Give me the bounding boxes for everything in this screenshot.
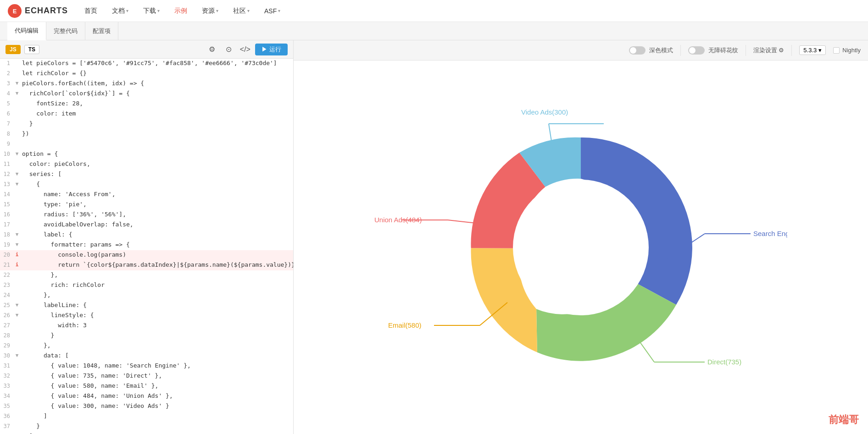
code-panel: JS TS ⚙ ⊙ </> ▶ 运行 1 let pieColors = ['#…	[0, 40, 294, 434]
nav-asf[interactable]: ASF▾	[262, 5, 282, 16]
label-union-ads: Union Ads(484)	[374, 216, 422, 224]
tab-full-code[interactable]: 完整代码	[46, 22, 85, 40]
render-settings-group: 渲染设置 ⚙	[753, 46, 785, 55]
line-content: { value: 580, name: 'Email' },	[20, 381, 158, 391]
line-fold-icon	[14, 341, 20, 351]
line-number: 28	[0, 331, 14, 341]
line-fold-icon	[14, 280, 20, 291]
line-content: { value: 300, name: 'Video Ads' }	[20, 401, 169, 412]
code-line: 10▼option = {	[0, 149, 293, 159]
line-content: },	[20, 341, 51, 351]
line-fold-icon[interactable]: ▼	[14, 149, 20, 159]
line-fold-icon: i	[14, 260, 20, 270]
divider-3	[791, 45, 792, 56]
line-number: 38	[0, 432, 14, 434]
nav-docs[interactable]: 文档▾	[110, 5, 130, 17]
sub-nav: 代码编辑 完整代码 配置项	[0, 22, 868, 40]
line-fold-icon[interactable]: ▼	[14, 180, 20, 190]
code-line: 5 fontSize: 28,	[0, 99, 293, 109]
line-fold-icon	[14, 129, 20, 139]
line-fold-icon[interactable]: ▼	[14, 170, 20, 180]
nav-home[interactable]: 首页	[83, 5, 99, 17]
line-content: }	[20, 119, 33, 129]
line-fold-icon: i	[14, 250, 20, 260]
render-settings-label[interactable]: 渲染设置 ⚙	[753, 46, 785, 55]
line-fold-icon	[14, 159, 20, 170]
line-fold-icon	[14, 321, 20, 331]
line-content: pieColors.forEach((item, idx) => {	[20, 79, 144, 89]
line-fold-icon	[14, 270, 20, 280]
line-fold-icon[interactable]: ▼	[14, 89, 20, 99]
line-number: 13	[0, 180, 14, 190]
code-line: 29 },	[0, 341, 293, 351]
line-content: { value: 735, name: 'Direct' },	[20, 371, 162, 381]
line-fold-icon[interactable]: ▼	[14, 230, 20, 240]
code-line: 27 width: 3	[0, 321, 293, 331]
code-line: 28 }	[0, 331, 293, 341]
line-fold-icon	[14, 119, 20, 129]
line-number: 20	[0, 250, 14, 260]
tab-code-edit[interactable]: 代码编辑	[7, 22, 46, 40]
line-number: 15	[0, 200, 14, 210]
nav-community[interactable]: 社区▾	[231, 5, 251, 17]
code-line: 17 avoidLabelOverlap: false,	[0, 220, 293, 230]
line-number: 19	[0, 240, 14, 250]
nightly-checkbox-group: Nightly	[833, 47, 861, 54]
code-line: 22 },	[0, 270, 293, 280]
nightly-label: Nightly	[842, 47, 861, 54]
line-fold-icon	[14, 412, 20, 422]
settings-icon[interactable]: ⚙	[206, 43, 218, 56]
code-line: 3▼pieColors.forEach((item, idx) => {	[0, 79, 293, 89]
code-icon[interactable]: </>	[239, 43, 251, 56]
line-fold-icon	[14, 99, 20, 109]
line-fold-icon[interactable]: ▼	[14, 311, 20, 321]
dark-mode-toggle[interactable]	[629, 46, 645, 55]
divider-2	[746, 45, 746, 56]
line-number: 26	[0, 311, 14, 321]
code-line: 26▼ lineStyle: {	[0, 311, 293, 321]
nightly-checkbox[interactable]	[833, 47, 840, 54]
line-number: 27	[0, 321, 14, 331]
line-number: 16	[0, 210, 14, 220]
code-line: 21i return `{color${params.dataIndex}|${…	[0, 260, 293, 270]
lang-js-button[interactable]: JS	[6, 45, 21, 54]
code-line: 1 let pieColors = ['#5470c6', '#91cc75',…	[0, 59, 293, 69]
share-icon[interactable]: ⊙	[222, 43, 235, 56]
code-line: 20i console.log(params)	[0, 250, 293, 260]
line-content	[20, 139, 22, 149]
lang-ts-button[interactable]: TS	[24, 45, 39, 54]
tab-config[interactable]: 配置项	[85, 22, 118, 40]
chart-header: 深色模式 无障碍花纹 渲染设置 ⚙ 5.3.3 ▾ Nightly	[294, 40, 868, 60]
code-line: 9	[0, 139, 293, 149]
nav-examples[interactable]: 示例	[172, 5, 189, 17]
label-direct: Direct(735)	[707, 358, 741, 366]
no-border-toggle[interactable]	[688, 46, 705, 55]
line-number: 12	[0, 170, 14, 180]
code-editor[interactable]: 1 let pieColors = ['#5470c6', '#91cc75',…	[0, 59, 293, 434]
line-number: 14	[0, 190, 14, 200]
line-number: 32	[0, 371, 14, 381]
code-line: 7 }	[0, 119, 293, 129]
line-number: 22	[0, 270, 14, 280]
code-line: 8 })	[0, 129, 293, 139]
line-number: 34	[0, 391, 14, 401]
line-fold-icon[interactable]: ▼	[14, 240, 20, 250]
line-fold-icon[interactable]: ▼	[14, 301, 20, 311]
line-number: 21	[0, 260, 14, 270]
line-fold-icon	[14, 291, 20, 301]
nav-download[interactable]: 下载▾	[141, 5, 161, 17]
code-line: 32 { value: 735, name: 'Direct' },	[0, 371, 293, 381]
code-line: 12▼ series: [	[0, 170, 293, 180]
label-email: Email(580)	[388, 321, 422, 329]
line-fold-icon	[14, 361, 20, 371]
line-number: 24	[0, 291, 14, 301]
line-fold-icon	[14, 200, 20, 210]
line-fold-icon[interactable]: ▼	[14, 351, 20, 361]
version-select[interactable]: 5.3.3 ▾	[799, 45, 826, 55]
line-number: 17	[0, 220, 14, 230]
line-fold-icon[interactable]: ▼	[14, 79, 20, 89]
logo[interactable]: E ECHARTS	[7, 4, 68, 18]
run-button[interactable]: ▶ 运行	[255, 44, 288, 55]
code-line: 37 }	[0, 422, 293, 432]
nav-resources[interactable]: 资源▾	[200, 5, 220, 17]
